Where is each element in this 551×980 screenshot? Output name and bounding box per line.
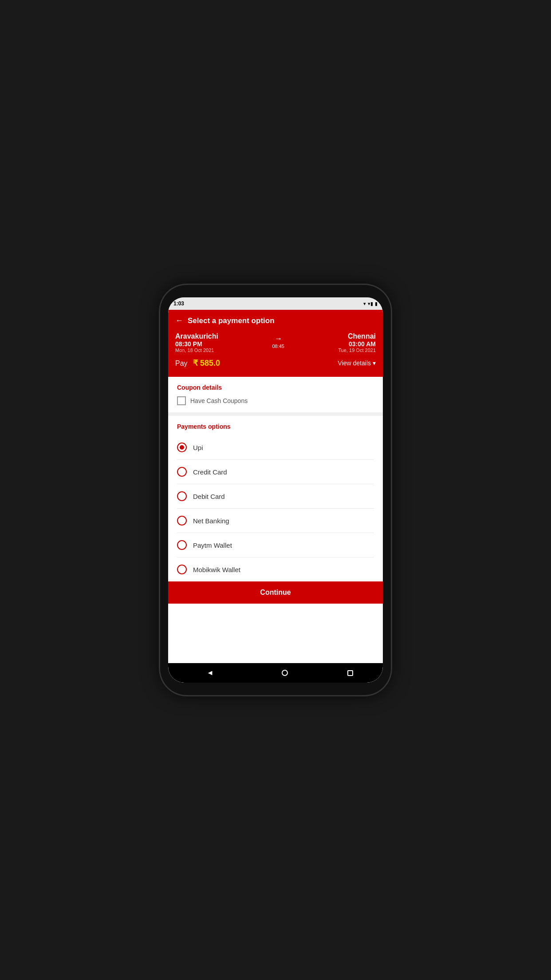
payment-label-upi: Upi (193, 444, 203, 451)
radio-upi[interactable] (177, 443, 187, 452)
coupon-checkbox-row[interactable]: Have Cash Coupons (177, 396, 374, 405)
from-city: Aravakurichi (175, 332, 218, 340)
phone-screen: 1:03 ▾ ▾▮ ▮ ← Select a payment option Ar… (168, 297, 383, 683)
payment-label-debit_card: Debit Card (193, 493, 225, 500)
back-nav-button[interactable]: ◄ (198, 665, 223, 680)
payment-label-net_banking: Net Banking (193, 517, 229, 525)
pay-label: Pay (175, 360, 188, 367)
wifi-icon: ▾ (363, 301, 366, 307)
to-date: Tue, 19 Oct 2021 (338, 348, 376, 353)
phone-shell: 1:03 ▾ ▾▮ ▮ ← Select a payment option Ar… (160, 285, 391, 695)
payment-options-list: UpiCredit CardDebit CardNet BankingPaytm… (177, 435, 374, 581)
pay-row: Pay ₹ 585.0 View details ▾ (175, 358, 376, 368)
home-nav-button[interactable] (282, 670, 288, 676)
to-city: Chennai (338, 332, 376, 340)
from-time: 08:30 PM (175, 340, 218, 348)
section-divider (168, 412, 383, 416)
app-header: ← Select a payment option Aravakurichi 0… (168, 310, 383, 377)
view-details-button[interactable]: View details ▾ (338, 360, 376, 367)
battery-icon: ▮ (375, 301, 378, 307)
status-bar: 1:03 ▾ ▾▮ ▮ (168, 297, 383, 310)
journey-from: Aravakurichi 08:30 PM Mon, 18 Oct 2021 (175, 332, 218, 353)
from-date: Mon, 18 Oct 2021 (175, 348, 218, 353)
page-title: Select a payment option (188, 316, 275, 325)
payment-option-net_banking[interactable]: Net Banking (177, 509, 374, 533)
payment-option-upi[interactable]: Upi (177, 435, 374, 460)
radio-paytm_wallet[interactable] (177, 540, 187, 550)
payment-options-section: Payments options UpiCredit CardDebit Car… (168, 416, 383, 581)
main-content: Coupon details Have Cash Coupons Payment… (168, 377, 383, 663)
view-details-label: View details (338, 360, 371, 367)
payment-option-debit_card[interactable]: Debit Card (177, 484, 374, 509)
back-button[interactable]: ← (175, 316, 183, 325)
nav-bar: ◄ (168, 663, 383, 683)
journey-to: Chennai 03:00 AM Tue, 19 Oct 2021 (338, 332, 376, 353)
journey-duration: 08:45 (272, 344, 284, 349)
signal-icon: ▾▮ (368, 301, 373, 307)
continue-button[interactable]: Continue (168, 581, 383, 604)
payment-option-mobikwik_wallet[interactable]: Mobikwik Wallet (177, 557, 374, 581)
arrow-icon: → (274, 334, 282, 344)
payment-option-paytm_wallet[interactable]: Paytm Wallet (177, 533, 374, 557)
pay-amount: ₹ 585.0 (193, 359, 220, 368)
status-time: 1:03 (173, 300, 184, 307)
journey-middle: → 08:45 (272, 332, 284, 349)
payment-label-mobikwik_wallet: Mobikwik Wallet (193, 566, 240, 573)
journey-row: Aravakurichi 08:30 PM Mon, 18 Oct 2021 →… (175, 332, 376, 353)
recent-nav-button[interactable] (347, 670, 353, 676)
cash-coupon-checkbox[interactable] (177, 396, 186, 405)
chevron-down-icon: ▾ (373, 360, 376, 367)
radio-credit_card[interactable] (177, 467, 187, 477)
cash-coupon-label: Have Cash Coupons (190, 397, 248, 404)
radio-mobikwik_wallet[interactable] (177, 565, 187, 574)
coupon-section-title: Coupon details (177, 384, 374, 391)
payment-label-credit_card: Credit Card (193, 468, 227, 476)
payments-section-title: Payments options (177, 423, 374, 430)
radio-net_banking[interactable] (177, 516, 187, 526)
payment-label-paytm_wallet: Paytm Wallet (193, 541, 232, 549)
radio-debit_card[interactable] (177, 491, 187, 501)
pay-info: Pay ₹ 585.0 (175, 358, 220, 368)
coupon-section: Coupon details Have Cash Coupons (168, 377, 383, 412)
to-time: 03:00 AM (338, 340, 376, 348)
radio-inner-upi (180, 445, 184, 450)
header-title-row: ← Select a payment option (175, 316, 376, 325)
payment-option-credit_card[interactable]: Credit Card (177, 460, 374, 484)
status-icons: ▾ ▾▮ ▮ (363, 301, 378, 307)
